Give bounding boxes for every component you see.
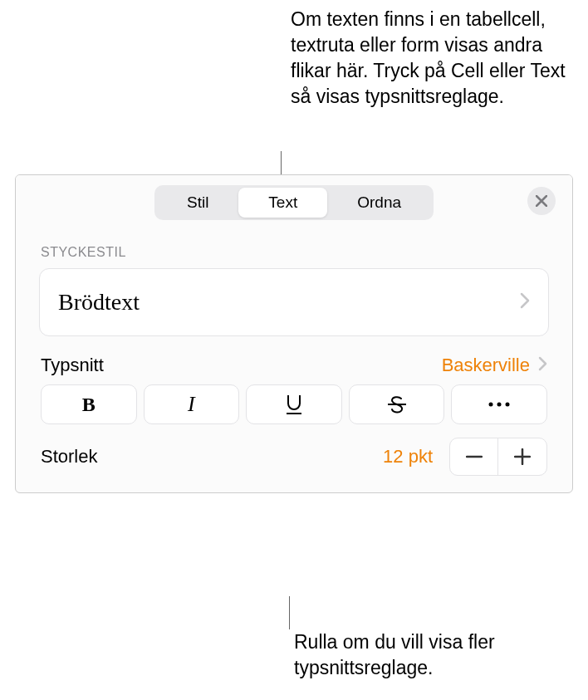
- svg-point-2: [489, 403, 493, 407]
- tab-segmented-control: Stil Text Ordna: [154, 185, 434, 220]
- callout-bottom: Rulla om du vill visa fler typsnittsregl…: [294, 629, 576, 681]
- bold-icon: B: [82, 394, 96, 416]
- chevron-right-icon: [538, 355, 547, 376]
- panel-header: Stil Text Ordna: [16, 175, 572, 230]
- callout-top: Om texten finns i en tabellcell, textrut…: [291, 7, 573, 110]
- size-label: Storlek: [41, 446, 371, 467]
- chevron-right-icon: [520, 292, 530, 312]
- close-icon: [536, 195, 547, 207]
- underline-icon: [285, 394, 303, 415]
- size-stepper: [449, 438, 547, 476]
- close-button[interactable]: [527, 187, 556, 215]
- paragraph-style-label: STYCKESTIL: [16, 230, 572, 265]
- tab-style[interactable]: Stil: [157, 188, 238, 218]
- callout-line-bottom: [289, 596, 290, 629]
- bold-button[interactable]: B: [41, 384, 137, 424]
- tab-arrange[interactable]: Ordna: [327, 188, 431, 218]
- svg-point-3: [497, 403, 502, 407]
- italic-icon: I: [188, 392, 195, 417]
- size-value: 12 pkt: [383, 446, 433, 467]
- svg-point-4: [506, 403, 510, 407]
- minus-icon: [466, 455, 483, 458]
- underline-button[interactable]: [246, 384, 342, 424]
- paragraph-style-selector[interactable]: Brödtext: [39, 268, 549, 336]
- size-decrease-button[interactable]: [450, 438, 498, 475]
- size-row: Storlek 12 pkt: [41, 438, 547, 476]
- more-icon: [488, 401, 511, 408]
- format-panel: Stil Text Ordna STYCKESTIL Brödtext Typs…: [15, 174, 573, 493]
- text-style-buttons: B I: [41, 384, 547, 424]
- strikethrough-icon: [387, 394, 407, 415]
- tab-text[interactable]: Text: [238, 188, 327, 218]
- strikethrough-button[interactable]: [349, 384, 445, 424]
- font-row[interactable]: Typsnitt Baskerville: [41, 355, 547, 376]
- plus-icon: [514, 448, 531, 465]
- more-options-button[interactable]: [451, 384, 547, 424]
- font-label: Typsnitt: [41, 355, 104, 376]
- size-increase-button[interactable]: [498, 438, 546, 475]
- callout-line-top: [281, 151, 282, 174]
- paragraph-style-value: Brödtext: [58, 289, 140, 316]
- font-value: Baskerville: [442, 355, 530, 376]
- italic-button[interactable]: I: [144, 384, 240, 424]
